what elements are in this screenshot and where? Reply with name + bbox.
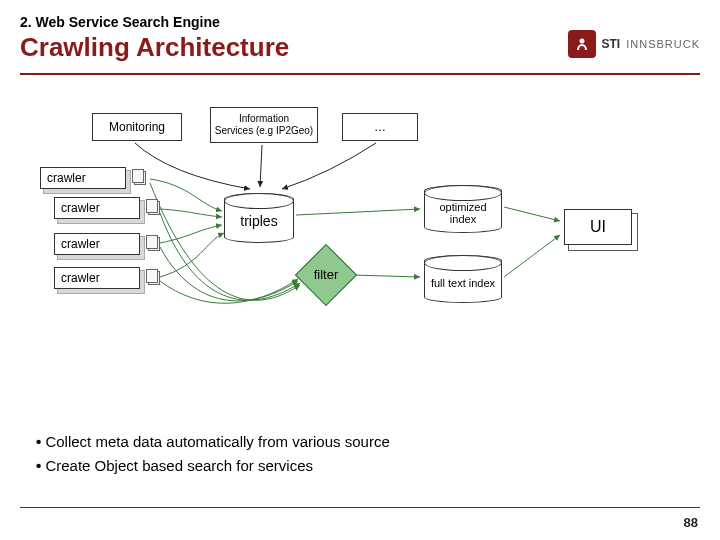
pages-icon <box>146 199 162 215</box>
brand-sub: INNSBRUCK <box>626 38 700 50</box>
header-divider <box>20 73 700 75</box>
brand-logo: STI INNSBRUCK <box>568 30 700 58</box>
ui-label: UI <box>590 218 606 236</box>
slide-header: 2. Web Service Search Engine Crawling Ar… <box>0 0 720 69</box>
footer-divider <box>20 507 700 508</box>
bullet-item: Create Object based search for services <box>36 454 390 478</box>
ui-node: UI <box>564 209 632 245</box>
crawler-label: crawler <box>61 271 100 285</box>
triples-label: triples <box>240 214 277 229</box>
architecture-diagram: Monitoring Information Services (e.g IP2… <box>0 85 720 405</box>
brand-name: STI <box>602 37 621 51</box>
fulltext-index-store: full text index <box>424 255 502 303</box>
crawler-label: crawler <box>47 171 86 185</box>
ellipsis-node: … <box>342 113 418 141</box>
page-number: 88 <box>684 515 698 530</box>
svg-point-0 <box>579 39 584 44</box>
filter-label: filter <box>296 267 356 282</box>
crawler-label: crawler <box>61 201 100 215</box>
pages-icon <box>146 269 162 285</box>
info-services-node: Information Services (e.g IP2Geo) <box>210 107 318 143</box>
pages-icon <box>146 235 162 251</box>
section-subtitle: 2. Web Service Search Engine <box>20 14 700 30</box>
filter-node: filter <box>296 245 356 305</box>
bullet-list: Collect meta data automatically from var… <box>36 430 390 478</box>
triples-store: triples <box>224 193 294 243</box>
crawler-node: crawler <box>40 167 126 189</box>
optimized-index-label: optimized index <box>425 201 501 225</box>
monitoring-node: Monitoring <box>92 113 182 141</box>
person-icon <box>568 30 596 58</box>
crawler-label: crawler <box>61 237 100 251</box>
fulltext-index-label: full text index <box>431 277 495 289</box>
optimized-index-store: optimized index <box>424 185 502 233</box>
crawler-node: crawler <box>54 233 140 255</box>
bullet-item: Collect meta data automatically from var… <box>36 430 390 454</box>
pages-icon <box>132 169 148 185</box>
crawler-node: crawler <box>54 197 140 219</box>
crawler-node: crawler <box>54 267 140 289</box>
